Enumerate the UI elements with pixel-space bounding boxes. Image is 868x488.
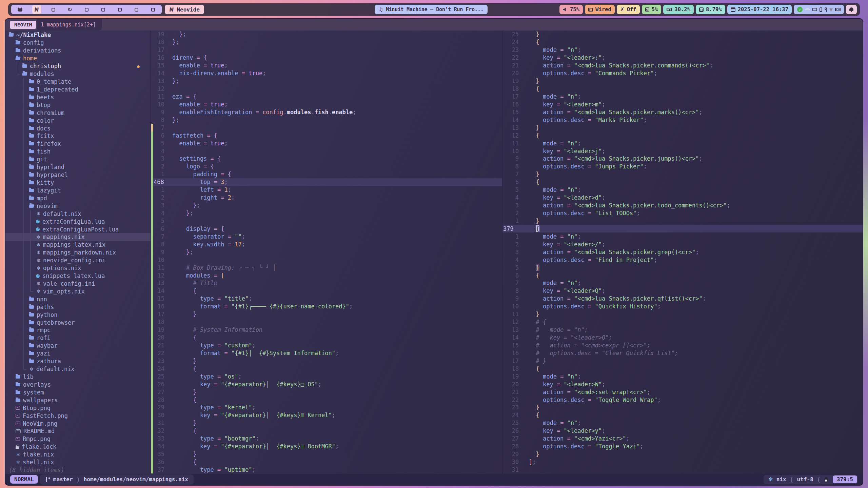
code-line[interactable]: 14 {: [151, 287, 502, 295]
workspace-3[interactable]: [49, 5, 58, 14]
code-line[interactable]: 28 {: [151, 396, 502, 404]
tree-item[interactable]: fish: [5, 148, 151, 156]
code-line[interactable]: 14 options.desc = "Marks Picker";: [502, 116, 863, 124]
code-line[interactable]: 5: [151, 217, 502, 225]
code-line[interactable]: 5 mode = "n";: [502, 186, 863, 194]
tree-item[interactable]: fcitx: [5, 132, 151, 140]
tree-item[interactable]: modules: [5, 70, 151, 78]
tree-item[interactable]: extraConfigLua.lua: [5, 218, 151, 225]
code-line[interactable]: 31 }: [151, 419, 502, 427]
tree-item[interactable]: git: [5, 156, 151, 163]
tree-item[interactable]: snippets_latex.lua: [5, 272, 151, 280]
code-line[interactable]: 22 key = "<leader>:";: [502, 54, 863, 62]
code-line[interactable]: 18 {: [502, 85, 863, 93]
code-line[interactable]: 2 options.desc = "List TODOs";: [502, 209, 863, 217]
code-line[interactable]: 29 type = "kernel";: [151, 404, 502, 411]
code-line[interactable]: 17 # }: [502, 357, 863, 365]
keyboard-icon[interactable]: [835, 8, 841, 11]
code-line[interactable]: 468 top = 3;: [151, 178, 502, 186]
code-line[interactable]: 31: [502, 466, 863, 474]
tree-item[interactable]: ✻vim_opts.nix: [5, 287, 151, 295]
tree-item[interactable]: FastFetch.png: [5, 412, 151, 420]
tree-item[interactable]: ✻mappings_markdown.nix: [5, 249, 151, 257]
code-line[interactable]: 25 type = "os";: [151, 372, 502, 380]
tree-item[interactable]: extraConfigLuaPost.lua: [5, 225, 151, 233]
workspace-1[interactable]: [16, 5, 24, 14]
code-line[interactable]: 36 {: [151, 458, 502, 466]
tree-item[interactable]: lazygit: [5, 186, 151, 194]
tree-item[interactable]: Btop.png: [5, 404, 151, 412]
code-line[interactable]: 26 key = "<leader>y";: [502, 427, 863, 435]
code-line[interactable]: 21 action = "<cmd>:set wrap!<cr>";: [502, 388, 863, 396]
code-line[interactable]: 34 key = "{#separator}│ {#keys}≣ BootMGR…: [151, 443, 502, 450]
code-line[interactable]: 19 };: [151, 30, 502, 38]
code-line[interactable]: 6fastfetch = {: [151, 131, 502, 139]
editor-left-pane[interactable]: 19 };18};1716direnv = {15 enable = true;…: [151, 30, 502, 474]
code-line[interactable]: 30];: [502, 458, 863, 466]
tree-item[interactable]: flake.lock: [5, 443, 151, 451]
tree-item[interactable]: ✻default.nix: [5, 365, 151, 373]
code-line[interactable]: 24 {: [151, 365, 502, 372]
disk-widget[interactable]: 8.79%: [696, 5, 725, 14]
code-line[interactable]: 19 # System Information: [151, 326, 502, 334]
code-line[interactable]: 16direnv = {: [151, 54, 502, 62]
code-line[interactable]: 12: [151, 85, 502, 93]
tree-item[interactable]: rofi: [5, 334, 151, 342]
code-line[interactable]: 7 }: [502, 170, 863, 178]
code-line[interactable]: 23 }: [502, 404, 863, 411]
tree-item[interactable]: chromium: [5, 109, 151, 117]
code-line[interactable]: 27 }: [151, 388, 502, 396]
code-line[interactable]: 7: [151, 124, 502, 131]
tree-item[interactable]: btop: [5, 101, 151, 109]
code-line[interactable]: 9 enableFishIntegration = config.modules…: [151, 108, 502, 116]
tree-item[interactable]: yazi: [5, 350, 151, 358]
code-line[interactable]: 24 {: [502, 411, 863, 419]
bluetooth-widget[interactable]: ✗Off: [617, 5, 640, 14]
code-line[interactable]: 1 padding = {: [151, 170, 502, 178]
volume-widget[interactable]: 75%: [559, 5, 583, 14]
key-icon[interactable]: [825, 7, 827, 10]
code-line[interactable]: 11eza = {: [151, 93, 502, 101]
code-line[interactable]: 13};: [151, 77, 502, 85]
tree-item[interactable]: wallpapers: [5, 396, 151, 404]
code-line[interactable]: 10: [151, 256, 502, 264]
code-line[interactable]: 13 # Title: [151, 279, 502, 287]
tree-item[interactable]: ✻default.nix: [5, 210, 151, 218]
workspace-2[interactable]: N: [32, 5, 41, 14]
code-line[interactable]: 20 {: [151, 334, 502, 342]
code-line[interactable]: 3 };: [151, 202, 502, 209]
code-line[interactable]: 2 right = 2;: [151, 194, 502, 202]
code-line[interactable]: 20 key = "<leader>W";: [502, 380, 863, 388]
check-circle-icon[interactable]: ✓: [797, 7, 803, 12]
code-line[interactable]: 13 }: [502, 124, 863, 131]
editor-right-pane[interactable]: 25 }24 {23 mode = "n";22 key = "<leader>…: [502, 30, 863, 474]
tree-item[interactable]: 0_template: [5, 78, 151, 86]
network-widget[interactable]: Wired: [585, 5, 615, 14]
music-widget[interactable]: ♫ Minuit Machine – Don't Run Fro...: [375, 5, 488, 14]
code-line[interactable]: 6 display = {: [151, 225, 502, 232]
tree-item[interactable]: hyprpanel: [5, 171, 151, 179]
code-line[interactable]: 16 key = "<leader>m";: [502, 100, 863, 108]
workspace-8[interactable]: [132, 5, 141, 14]
code-line[interactable]: 11 mode = "n";: [502, 139, 863, 147]
code-line[interactable]: 4 key = "<leader>d";: [502, 194, 863, 202]
workspace-4[interactable]: ↻: [65, 5, 74, 14]
code-line[interactable]: 21 type = "custom";: [151, 342, 502, 349]
tree-item[interactable]: python: [5, 311, 151, 319]
tree-item[interactable]: system: [5, 388, 151, 396]
tree-item[interactable]: derivations: [5, 47, 151, 55]
tree-item[interactable]: ✻mappings.nix: [5, 233, 151, 241]
tree-item[interactable]: README.md: [5, 427, 151, 435]
code-line[interactable]: 12 {: [502, 131, 863, 139]
tree-item[interactable]: docs: [5, 124, 151, 132]
code-line[interactable]: 9 action = "<cmd>lua Snacks.picker.qflis…: [502, 295, 863, 303]
tree-item[interactable]: ⚙vale_config.ini: [5, 280, 151, 288]
workspace-6[interactable]: [99, 5, 107, 14]
code-line[interactable]: 1 mode = "n";: [502, 232, 863, 240]
code-line[interactable]: 1 left = 1;: [151, 186, 502, 194]
code-line[interactable]: 10 options.desc = "Quickfix History";: [502, 303, 863, 310]
code-line[interactable]: 9 };: [151, 248, 502, 256]
code-line[interactable]: 29 }: [502, 450, 863, 458]
workspace-9[interactable]: [149, 5, 157, 14]
phone-icon[interactable]: [820, 7, 822, 12]
